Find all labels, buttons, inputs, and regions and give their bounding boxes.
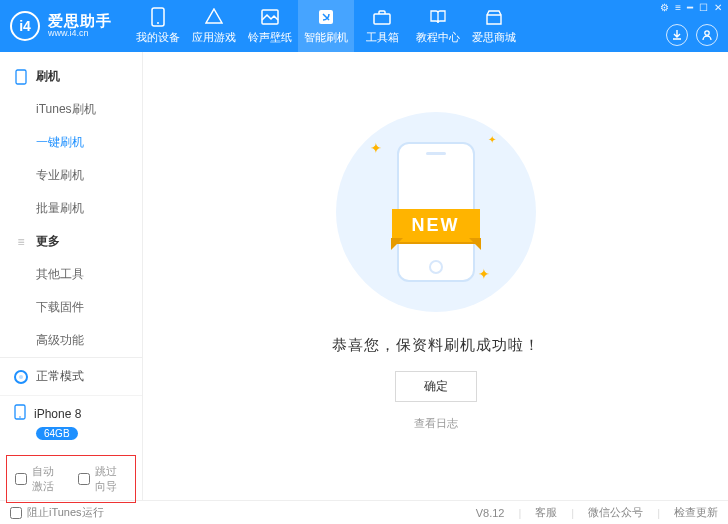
logo-icon: i4 xyxy=(10,11,40,41)
checkbox-label: 阻止iTunes运行 xyxy=(27,505,104,520)
sidebar-item-advanced[interactable]: 高级功能 xyxy=(0,324,142,357)
sidebar-item-itunes-flash[interactable]: iTunes刷机 xyxy=(0,93,142,126)
options-highlight-box: 自动激活 跳过向导 xyxy=(6,455,136,503)
sidebar-item-batch-flash[interactable]: 批量刷机 xyxy=(0,192,142,225)
tab-toolbox[interactable]: 工具箱 xyxy=(354,0,410,52)
tab-store[interactable]: 爱思商城 xyxy=(466,0,522,52)
app-title: 爱思助手 xyxy=(48,13,112,30)
tab-tutorials[interactable]: 教程中心 xyxy=(410,0,466,52)
sparkle-icon: ✦ xyxy=(488,134,496,145)
check-update-link[interactable]: 检查更新 xyxy=(674,505,718,520)
tab-ringtones[interactable]: 铃声壁纸 xyxy=(242,0,298,52)
tab-label: 工具箱 xyxy=(366,30,399,45)
app-logo: i4 爱思助手 www.i4.cn xyxy=(10,11,112,41)
user-button[interactable] xyxy=(696,24,718,46)
close-icon[interactable]: ✕ xyxy=(714,2,722,13)
book-icon xyxy=(428,7,448,27)
flash-icon xyxy=(316,7,336,27)
svg-rect-4 xyxy=(374,14,390,24)
tab-my-device[interactable]: 我的设备 xyxy=(130,0,186,52)
tab-label: 铃声壁纸 xyxy=(248,30,292,45)
view-log-link[interactable]: 查看日志 xyxy=(414,416,458,431)
checkbox-label: 自动激活 xyxy=(32,464,64,494)
phone-icon xyxy=(148,7,168,27)
device-phone-icon xyxy=(14,404,26,423)
success-message: 恭喜您，保资料刷机成功啦！ xyxy=(332,336,540,355)
device-mode-label: 正常模式 xyxy=(36,368,84,385)
checkbox-block-itunes[interactable]: 阻止iTunes运行 xyxy=(10,505,104,520)
tab-apps[interactable]: 应用游戏 xyxy=(186,0,242,52)
version-label: V8.12 xyxy=(476,507,505,519)
checkbox-input[interactable] xyxy=(15,473,27,485)
sidebar-group-flash: 刷机 xyxy=(0,60,142,93)
checkbox-input[interactable] xyxy=(78,473,90,485)
success-illustration: ✦ ✦ ✦ NEW xyxy=(336,112,536,312)
settings-icon[interactable]: ⚙ xyxy=(660,2,669,13)
separator: | xyxy=(518,507,521,519)
sidebar-item-download-firmware[interactable]: 下载固件 xyxy=(0,291,142,324)
app-subtitle: www.i4.cn xyxy=(48,29,112,39)
window-controls: ⚙ ≡ ━ ☐ ✕ xyxy=(660,2,722,13)
wallpaper-icon xyxy=(260,7,280,27)
support-link[interactable]: 客服 xyxy=(535,505,557,520)
separator: | xyxy=(571,507,574,519)
tab-label: 我的设备 xyxy=(136,30,180,45)
menu-icon[interactable]: ≡ xyxy=(675,2,681,13)
minimize-icon[interactable]: ━ xyxy=(687,2,693,13)
separator: | xyxy=(657,507,660,519)
svg-point-1 xyxy=(157,22,159,24)
toolbox-icon xyxy=(372,7,392,27)
tab-label: 教程中心 xyxy=(416,30,460,45)
device-mode-row[interactable]: 正常模式 xyxy=(0,358,142,396)
tab-label: 爱思商城 xyxy=(472,30,516,45)
svg-point-8 xyxy=(19,416,21,418)
svg-point-5 xyxy=(705,31,709,35)
main-content: ✦ ✦ ✦ NEW 恭喜您，保资料刷机成功啦！ 确定 查看日志 xyxy=(143,52,728,500)
device-name-label: iPhone 8 xyxy=(34,407,81,421)
mode-indicator-icon xyxy=(14,370,28,384)
titlebar: i4 爱思助手 www.i4.cn 我的设备 应用游戏 铃声壁纸 xyxy=(0,0,728,52)
phone-outline-icon xyxy=(14,69,28,85)
checkbox-input[interactable] xyxy=(10,507,22,519)
tab-flash[interactable]: 智能刷机 xyxy=(298,0,354,52)
ok-button[interactable]: 确定 xyxy=(395,371,477,402)
sidebar-item-other-tools[interactable]: 其他工具 xyxy=(0,258,142,291)
sparkle-icon: ✦ xyxy=(478,266,490,282)
device-row[interactable]: iPhone 8 64GB xyxy=(0,396,142,451)
wechat-link[interactable]: 微信公众号 xyxy=(588,505,643,520)
sidebar-group-label: 刷机 xyxy=(36,68,60,85)
sidebar-group-label: 更多 xyxy=(36,233,60,250)
tab-label: 智能刷机 xyxy=(304,30,348,45)
sidebar-item-pro-flash[interactable]: 专业刷机 xyxy=(0,159,142,192)
sidebar: 刷机 iTunes刷机 一键刷机 专业刷机 批量刷机 ≡ 更多 其他工具 下载固… xyxy=(0,52,143,500)
device-storage-badge: 64GB xyxy=(36,427,78,440)
store-icon xyxy=(484,7,504,27)
checkbox-auto-activate[interactable]: 自动激活 xyxy=(15,464,64,494)
sidebar-group-more: ≡ 更多 xyxy=(0,225,142,258)
new-ribbon: NEW xyxy=(392,209,480,242)
sparkle-icon: ✦ xyxy=(370,140,382,156)
top-tabs: 我的设备 应用游戏 铃声壁纸 智能刷机 工具箱 xyxy=(130,0,522,52)
maximize-icon[interactable]: ☐ xyxy=(699,2,708,13)
download-button[interactable] xyxy=(666,24,688,46)
tab-label: 应用游戏 xyxy=(192,30,236,45)
checkbox-skip-guide[interactable]: 跳过向导 xyxy=(78,464,127,494)
more-icon: ≡ xyxy=(14,235,28,249)
svg-rect-6 xyxy=(16,70,26,84)
sidebar-item-oneclick-flash[interactable]: 一键刷机 xyxy=(0,126,142,159)
apps-icon xyxy=(204,7,224,27)
checkbox-label: 跳过向导 xyxy=(95,464,127,494)
